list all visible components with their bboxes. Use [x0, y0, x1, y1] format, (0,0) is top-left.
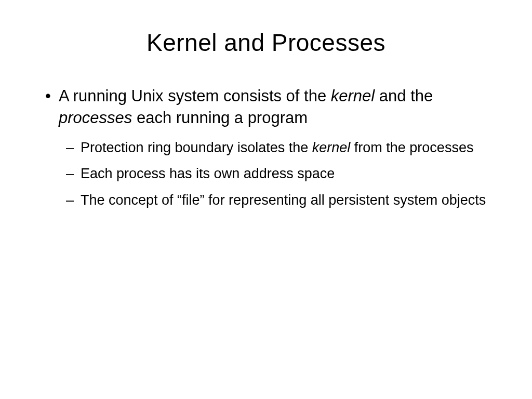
bullet-text: and the [375, 87, 433, 105]
bullet-level1: A running Unix system consists of the ke… [44, 85, 488, 129]
bullet-text: from the processes [350, 140, 473, 155]
bullet-italic: processes [59, 109, 132, 127]
slide-title: Kernel and Processes [44, 29, 488, 57]
slide: Kernel and Processes A running Unix syst… [0, 0, 532, 399]
bullet-italic: kernel [312, 140, 351, 155]
bullet-level2: Protection ring boundary isolates the ke… [44, 138, 488, 157]
bullet-text: Protection ring boundary isolates the [81, 140, 312, 155]
bullet-text: The concept of “file” for representing a… [81, 192, 486, 208]
bullet-italic: kernel [331, 87, 375, 105]
bullet-text: A running Unix system consists of the [59, 87, 331, 105]
bullet-text: each running a program [132, 109, 308, 127]
bullet-text: Each process has its own address space [81, 166, 335, 181]
bullet-level2: Each process has its own address space [44, 164, 488, 183]
bullet-level2: The concept of “file” for representing a… [44, 191, 488, 209]
